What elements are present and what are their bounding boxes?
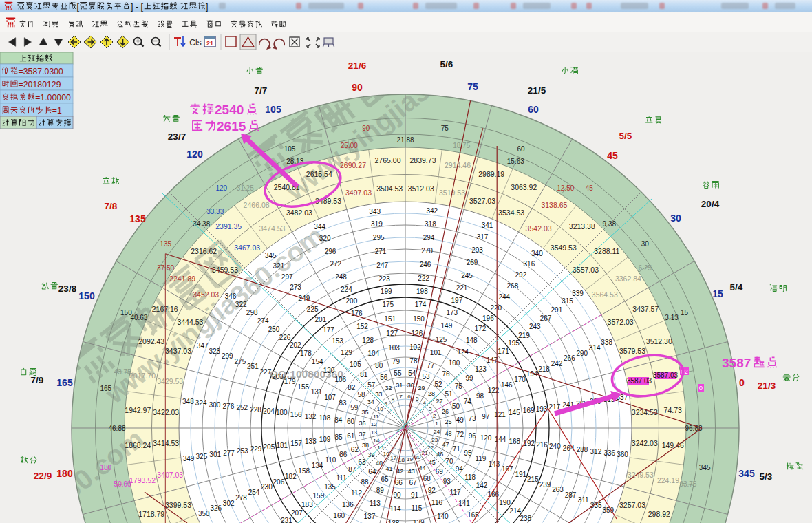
svg-text:2540: 2540 [215, 103, 244, 117]
svg-text:300: 300 [209, 401, 221, 409]
svg-text:131: 131 [311, 388, 323, 396]
svg-text:341: 341 [482, 222, 493, 229]
svg-text:247: 247 [376, 262, 388, 269]
svg-text:140: 140 [437, 513, 449, 520]
svg-text:3407.03: 3407.03 [157, 471, 183, 479]
svg-text:137: 137 [364, 513, 376, 520]
svg-text:2690.27: 2690.27 [340, 161, 366, 169]
svg-text:326: 326 [210, 504, 222, 512]
svg-text:3512.03: 3512.03 [408, 184, 434, 193]
svg-text:223: 223 [378, 275, 390, 283]
svg-text:174: 174 [415, 301, 427, 308]
svg-text:21.88: 21.88 [396, 136, 414, 144]
svg-text:269: 269 [467, 259, 478, 266]
svg-text:21: 21 [206, 40, 213, 47]
svg-text:216: 216 [536, 441, 548, 449]
svg-text:107: 107 [324, 394, 336, 401]
svg-text:302: 302 [223, 500, 235, 507]
svg-text:123: 123 [475, 365, 487, 373]
svg-text:6: 6 [407, 394, 411, 400]
svg-text:139: 139 [413, 519, 425, 523]
svg-text:214: 214 [509, 507, 521, 515]
svg-text:2615: 2615 [217, 119, 246, 134]
svg-text:200: 200 [346, 297, 358, 305]
svg-text:180: 180 [56, 468, 73, 479]
svg-text:202: 202 [290, 341, 301, 349]
svg-text:45: 45 [586, 184, 594, 192]
svg-text:=1: =1 [52, 106, 62, 116]
svg-text:132: 132 [305, 413, 317, 420]
svg-text:7/7: 7/7 [255, 85, 268, 96]
svg-text:3549.53: 3549.53 [551, 244, 577, 252]
svg-text:317: 317 [477, 233, 489, 241]
svg-text:275: 275 [235, 358, 246, 365]
svg-text:3429.53: 3429.53 [157, 377, 183, 385]
svg-text:3257.03: 3257.03 [619, 501, 645, 509]
svg-text:240: 240 [549, 442, 561, 450]
svg-text:5: 5 [416, 396, 419, 402]
svg-text:243: 243 [529, 323, 541, 330]
svg-text:288: 288 [577, 446, 588, 453]
svg-text:344: 344 [314, 223, 325, 231]
svg-text:319: 319 [371, 220, 383, 228]
svg-text:98: 98 [476, 392, 484, 400]
svg-text:3474.53: 3474.53 [259, 224, 285, 233]
svg-text:75: 75 [467, 81, 478, 92]
svg-text:6.25: 6.25 [639, 264, 652, 272]
svg-text:99: 99 [465, 374, 473, 382]
svg-text:43.75: 43.75 [114, 368, 131, 376]
svg-text:360: 360 [617, 451, 628, 458]
svg-text:7: 7 [399, 394, 403, 400]
svg-text:0: 0 [699, 384, 703, 392]
svg-text:55: 55 [394, 370, 402, 377]
svg-text:179: 179 [284, 378, 296, 385]
svg-text:144: 144 [495, 436, 506, 443]
svg-text:41: 41 [385, 465, 392, 472]
svg-text:23: 23 [431, 437, 438, 443]
svg-text:105: 105 [284, 145, 296, 153]
svg-text:88: 88 [361, 478, 369, 486]
svg-text:158: 158 [298, 467, 310, 475]
svg-text:242: 242 [551, 360, 563, 367]
svg-text:245: 245 [461, 272, 473, 279]
svg-text:100: 100 [449, 359, 460, 367]
svg-text:175: 175 [382, 301, 394, 308]
svg-text:316: 316 [524, 260, 535, 268]
svg-text:138: 138 [388, 520, 400, 523]
svg-text:109: 109 [319, 436, 331, 443]
svg-text:3512.30: 3512.30 [646, 337, 672, 345]
svg-text:204: 204 [263, 407, 275, 415]
svg-text:146: 146 [501, 381, 513, 389]
svg-text:177: 177 [323, 326, 334, 334]
svg-text:220: 220 [490, 304, 502, 312]
svg-text:44: 44 [419, 465, 426, 471]
svg-text:3534.53: 3534.53 [498, 209, 524, 217]
svg-text:178: 178 [300, 350, 312, 357]
svg-text:3467.03: 3467.03 [234, 244, 260, 252]
svg-text:77: 77 [427, 362, 435, 370]
svg-text:7/8: 7/8 [105, 201, 118, 211]
svg-text:14: 14 [373, 438, 379, 444]
svg-text:135: 135 [160, 240, 171, 248]
svg-text:103: 103 [388, 344, 400, 352]
svg-text:76: 76 [442, 370, 450, 378]
svg-text:2017.70: 2017.70 [129, 372, 156, 380]
svg-text:263: 263 [552, 486, 564, 493]
svg-text:120: 120 [215, 184, 227, 192]
svg-text:19: 19 [407, 456, 413, 462]
svg-text:49: 49 [456, 416, 464, 424]
svg-text:324: 324 [195, 399, 207, 407]
svg-text:182: 182 [285, 473, 297, 480]
svg-text:29: 29 [418, 385, 425, 392]
svg-text:272: 272 [330, 260, 341, 268]
svg-text:150: 150 [78, 290, 95, 301]
svg-text:46.88: 46.88 [108, 425, 125, 432]
svg-text:2: 2 [433, 413, 436, 419]
svg-text:=3587.0300: =3587.0300 [19, 67, 63, 76]
svg-text:7/9: 7/9 [31, 375, 44, 385]
svg-text:270: 270 [421, 247, 433, 255]
svg-text:290: 290 [576, 350, 588, 357]
svg-text:218: 218 [538, 365, 550, 373]
svg-text:277: 277 [223, 449, 235, 457]
svg-text:62: 62 [351, 446, 359, 453]
